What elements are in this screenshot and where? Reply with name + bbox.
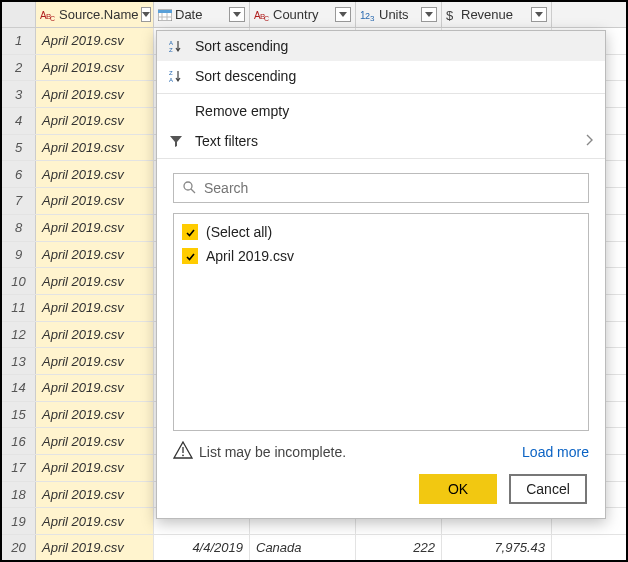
filter-dropdown-icon[interactable] [141,7,151,22]
search-box[interactable] [173,173,589,203]
filter-dropdown-icon[interactable] [531,7,547,22]
row-number[interactable]: 19 [2,508,36,534]
cell-revenue[interactable]: 7,975.43 [442,535,552,561]
sort-desc-icon: ZA [167,69,185,83]
remove-empty-item[interactable]: Remove empty [157,96,605,126]
menu-label: Sort ascending [195,38,593,54]
column-header-date[interactable]: Date [154,2,250,27]
svg-point-25 [184,182,192,190]
cell-source-name[interactable]: April 2019.csv [36,242,154,268]
search-icon [182,180,196,197]
text-type-icon: ABC [40,8,56,22]
cell-source-name[interactable]: April 2019.csv [36,161,154,187]
row-number[interactable]: 1 [2,28,36,54]
filter-dropdown-icon[interactable] [421,7,437,22]
row-number[interactable]: 16 [2,428,36,454]
cell-source-name[interactable]: April 2019.csv [36,402,154,428]
menu-label: Text filters [195,133,575,149]
row-number[interactable]: 15 [2,402,36,428]
cell-units[interactable]: 222 [356,535,442,561]
column-label: Source.Name [59,7,138,22]
text-filters-item[interactable]: Text filters [157,126,605,156]
select-all-option[interactable]: (Select all) [182,220,580,244]
table-corner[interactable] [2,2,36,27]
cell-source-name[interactable]: April 2019.csv [36,348,154,374]
svg-text:Z: Z [169,47,173,53]
checkbox-checked-icon[interactable] [182,248,198,264]
menu-separator [157,158,605,159]
cell-date[interactable]: 4/4/2019 [154,535,250,561]
search-input[interactable] [204,180,580,196]
column-header-country[interactable]: ABC Country [250,2,356,27]
filter-dropdown-icon[interactable] [229,7,245,22]
cell-source-name[interactable]: April 2019.csv [36,215,154,241]
option-label: (Select all) [206,224,272,240]
column-header-units[interactable]: 123 Units [356,2,442,27]
svg-text:Z: Z [169,70,173,76]
column-header-source-name[interactable]: ABC Source.Name [36,2,154,27]
text-type-icon: ABC [254,8,270,22]
row-number[interactable]: 13 [2,348,36,374]
column-header-revenue[interactable]: $ Revenue [442,2,552,27]
row-number[interactable]: 7 [2,188,36,214]
row-number[interactable]: 5 [2,135,36,161]
row-number[interactable]: 14 [2,375,36,401]
table-row[interactable]: 20April 2019.csv4/4/2019Canada2227,975.4… [2,535,626,562]
cell-source-name[interactable]: April 2019.csv [36,508,154,534]
sort-descending-item[interactable]: ZA Sort descending [157,61,605,91]
row-number[interactable]: 4 [2,108,36,134]
cell-source-name[interactable]: April 2019.csv [36,295,154,321]
menu-separator [157,93,605,94]
row-number[interactable]: 17 [2,455,36,481]
cell-source-name[interactable]: April 2019.csv [36,81,154,107]
cell-source-name[interactable]: April 2019.csv [36,188,154,214]
cell-source-name[interactable]: April 2019.csv [36,428,154,454]
cell-source-name[interactable]: April 2019.csv [36,322,154,348]
sort-asc-icon: AZ [167,39,185,53]
warning-text: List may be incomplete. [199,444,346,460]
row-number[interactable]: 11 [2,295,36,321]
row-number[interactable]: 12 [2,322,36,348]
svg-text:A: A [169,40,173,46]
sort-ascending-item[interactable]: AZ Sort ascending [157,31,605,61]
load-more-link[interactable]: Load more [522,444,589,460]
row-number[interactable]: 8 [2,215,36,241]
row-number[interactable]: 10 [2,268,36,294]
cell-source-name[interactable]: April 2019.csv [36,268,154,294]
menu-label: Remove empty [195,103,593,119]
row-number[interactable]: 2 [2,55,36,81]
filter-value-option[interactable]: April 2019.csv [182,244,580,268]
svg-text:C: C [264,15,269,22]
svg-text:A: A [169,77,173,83]
row-number[interactable]: 20 [2,535,36,561]
svg-text:$: $ [446,8,454,22]
svg-text:C: C [50,15,55,22]
column-label: Units [379,7,409,22]
date-type-icon [158,9,172,21]
cell-source-name[interactable]: April 2019.csv [36,482,154,508]
column-label: Country [273,7,319,22]
svg-text:3: 3 [370,14,375,22]
warning-icon [173,441,193,462]
cancel-button[interactable]: Cancel [509,474,587,504]
filter-dropdown-icon[interactable] [335,7,351,22]
svg-point-28 [182,454,184,456]
cell-source-name[interactable]: April 2019.csv [36,28,154,54]
cell-source-name[interactable]: April 2019.csv [36,55,154,81]
row-number[interactable]: 3 [2,81,36,107]
menu-label: Sort descending [195,68,593,84]
row-number[interactable]: 6 [2,161,36,187]
cell-source-name[interactable]: April 2019.csv [36,135,154,161]
cell-source-name[interactable]: April 2019.csv [36,375,154,401]
cell-country[interactable]: Canada [250,535,356,561]
checkbox-checked-icon[interactable] [182,224,198,240]
row-number[interactable]: 18 [2,482,36,508]
cell-source-name[interactable]: April 2019.csv [36,535,154,561]
cell-source-name[interactable]: April 2019.csv [36,455,154,481]
row-number[interactable]: 9 [2,242,36,268]
option-label: April 2019.csv [206,248,294,264]
ok-button[interactable]: OK [419,474,497,504]
cell-source-name[interactable]: April 2019.csv [36,108,154,134]
column-label: Date [175,7,202,22]
filter-icon [167,134,185,148]
